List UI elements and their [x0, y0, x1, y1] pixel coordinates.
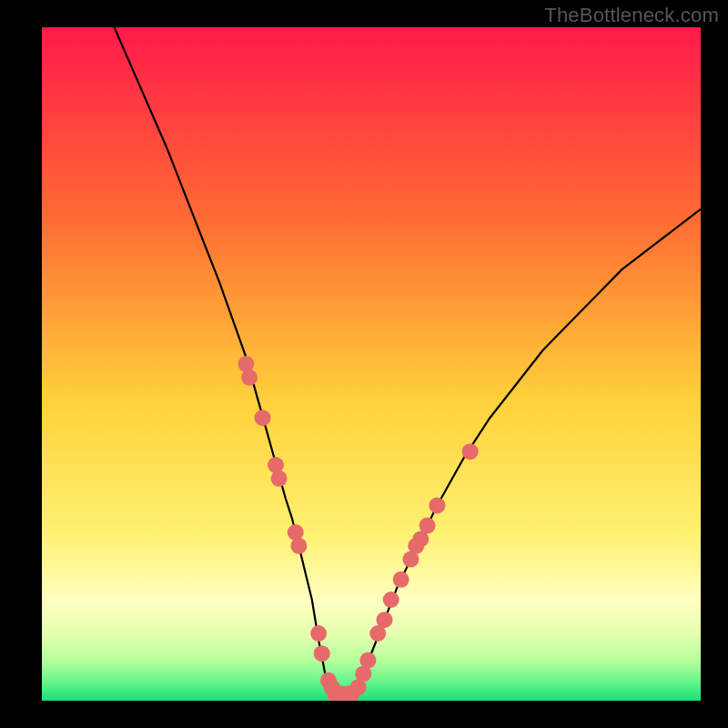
data-marker	[255, 410, 271, 426]
data-marker	[420, 518, 436, 534]
data-marker	[377, 612, 393, 628]
data-marker	[310, 625, 327, 642]
chart-frame: TheBottleneck.com	[0, 0, 728, 728]
chart-svg	[42, 27, 701, 701]
data-marker	[383, 592, 399, 608]
data-marker	[314, 645, 330, 662]
data-marker	[393, 571, 410, 588]
plot-area	[42, 27, 701, 701]
data-marker	[290, 538, 307, 554]
chart-background	[42, 27, 701, 701]
data-marker	[241, 369, 258, 386]
watermark-text: TheBottleneck.com	[544, 4, 719, 27]
data-marker	[359, 652, 376, 669]
data-marker	[271, 470, 288, 487]
data-marker	[429, 497, 445, 513]
data-marker	[462, 443, 479, 460]
